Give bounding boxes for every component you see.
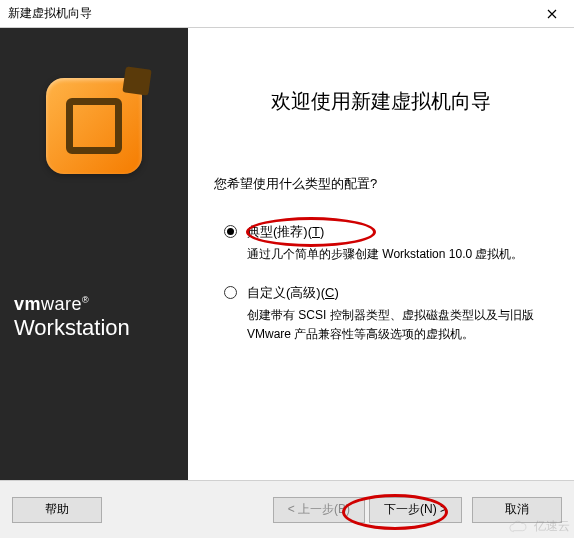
footer-buttons: 帮助 < 上一步(B) 下一步(N) > 取消 [0,480,574,538]
sidebar: vmvmwareware® Workstation [0,28,188,480]
brand-text: vmvmwareware® Workstation [0,294,130,341]
main-panel: 欢迎使用新建虚拟机向导 您希望使用什么类型的配置? 典型(推荐)(T) 通过几个… [188,28,574,480]
option-typical[interactable]: 典型(推荐)(T) 通过几个简单的步骤创建 Workstation 10.0 虚… [214,223,548,264]
help-button[interactable]: 帮助 [12,497,102,523]
option-custom-desc: 创建带有 SCSI 控制器类型、虚拟磁盘类型以及与旧版 VMware 产品兼容性… [247,306,548,344]
titlebar: 新建虚拟机向导 [0,0,574,28]
radio-custom[interactable] [224,286,237,299]
option-custom[interactable]: 自定义(高级)(C) 创建带有 SCSI 控制器类型、虚拟磁盘类型以及与旧版 V… [214,284,548,344]
option-custom-label: 自定义(高级)(C) [247,284,548,302]
option-typical-label: 典型(推荐)(T) [247,223,548,241]
close-button[interactable] [538,3,566,25]
content-area: vmvmwareware® Workstation 欢迎使用新建虚拟机向导 您希… [0,28,574,480]
next-button[interactable]: 下一步(N) > [369,497,462,523]
option-typical-desc: 通过几个简单的步骤创建 Workstation 10.0 虚拟机。 [247,245,548,264]
config-prompt: 您希望使用什么类型的配置? [214,175,548,193]
vmware-logo [46,78,142,174]
back-button[interactable]: < 上一步(B) [273,497,365,523]
close-icon [547,9,557,19]
wizard-heading: 欢迎使用新建虚拟机向导 [214,88,548,115]
window-title: 新建虚拟机向导 [8,5,92,22]
cloud-icon [508,520,530,534]
watermark: 亿速云 [508,518,570,535]
radio-typical[interactable] [224,225,237,238]
